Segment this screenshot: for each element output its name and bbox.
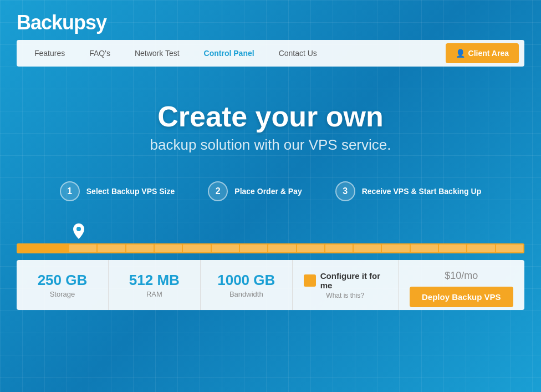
price-period: /mo xyxy=(461,270,478,281)
price-amount: $10 xyxy=(445,270,461,281)
step-3: 3 Receive VPS & Start Backing Up xyxy=(335,181,482,201)
nav-item-features[interactable]: Features xyxy=(22,41,77,65)
step-1: 1 Select Backup VPS Size xyxy=(60,181,175,201)
header: Backupsy Features FAQ's Network Test Con… xyxy=(0,0,541,72)
price-cell: $10/mo Deploy Backup VPS xyxy=(399,260,524,310)
config-row: Configure it for me xyxy=(304,271,387,290)
nav-item-contact-us[interactable]: Contact Us xyxy=(267,41,329,65)
config-cell[interactable]: Configure it for me What is this? xyxy=(293,260,399,310)
location-pin-icon xyxy=(72,232,85,242)
hero-title: Create your own xyxy=(17,100,524,133)
bandwidth-cell: 1000 GB Bandwidth xyxy=(201,260,293,310)
client-area-button[interactable]: 👤 Client Area xyxy=(446,43,519,63)
logo: Backupsy xyxy=(17,11,524,34)
person-icon: 👤 xyxy=(456,49,465,58)
step-2-number: 2 xyxy=(208,181,228,201)
bandwidth-label: Bandwidth xyxy=(229,290,263,298)
slider-track-wrapper[interactable] xyxy=(17,243,524,256)
client-area-label: Client Area xyxy=(468,49,509,58)
config-main-text: Configure it for me xyxy=(320,271,387,290)
slider-track[interactable] xyxy=(17,243,524,253)
step-2: 2 Place Order & Pay xyxy=(208,181,302,201)
steps-section: 1 Select Backup VPS Size 2 Place Order &… xyxy=(0,165,541,212)
nav-items: Features FAQ's Network Test Control Pane… xyxy=(22,41,446,65)
hero-section: Create your own backup solution with our… xyxy=(0,72,541,165)
ram-label: RAM xyxy=(146,290,162,298)
bandwidth-value: 1000 GB xyxy=(217,272,275,289)
step-3-number: 3 xyxy=(335,181,355,201)
ram-cell: 512 MB RAM xyxy=(109,260,201,310)
slider-section: 250 GB Storage 512 MB RAM 1000 GB Bandwi… xyxy=(0,212,541,315)
hero-subtitle: backup solution with our VPS service. xyxy=(17,136,524,154)
nav-item-faqs[interactable]: FAQ's xyxy=(77,41,123,65)
step-2-label: Place Order & Pay xyxy=(234,187,302,196)
svg-point-0 xyxy=(76,227,81,231)
nav-item-network-test[interactable]: Network Test xyxy=(123,41,192,65)
deploy-button[interactable]: Deploy Backup VPS xyxy=(410,287,513,307)
storage-cell: 250 GB Storage xyxy=(17,260,109,310)
config-sub-text[interactable]: What is this? xyxy=(326,292,364,299)
storage-value: 250 GB xyxy=(38,272,88,289)
info-panel: 250 GB Storage 512 MB RAM 1000 GB Bandwi… xyxy=(17,260,524,310)
navbar: Features FAQ's Network Test Control Pane… xyxy=(17,40,524,67)
storage-label: Storage xyxy=(50,290,75,298)
price-value: $10/mo xyxy=(445,263,478,283)
slider-pin xyxy=(72,223,524,242)
nav-item-control-panel[interactable]: Control Panel xyxy=(192,41,267,65)
step-1-number: 1 xyxy=(60,181,80,201)
ram-value: 512 MB xyxy=(129,272,180,289)
config-icon xyxy=(304,274,316,287)
step-3-label: Receive VPS & Start Backing Up xyxy=(362,187,482,196)
step-1-label: Select Backup VPS Size xyxy=(86,187,175,196)
